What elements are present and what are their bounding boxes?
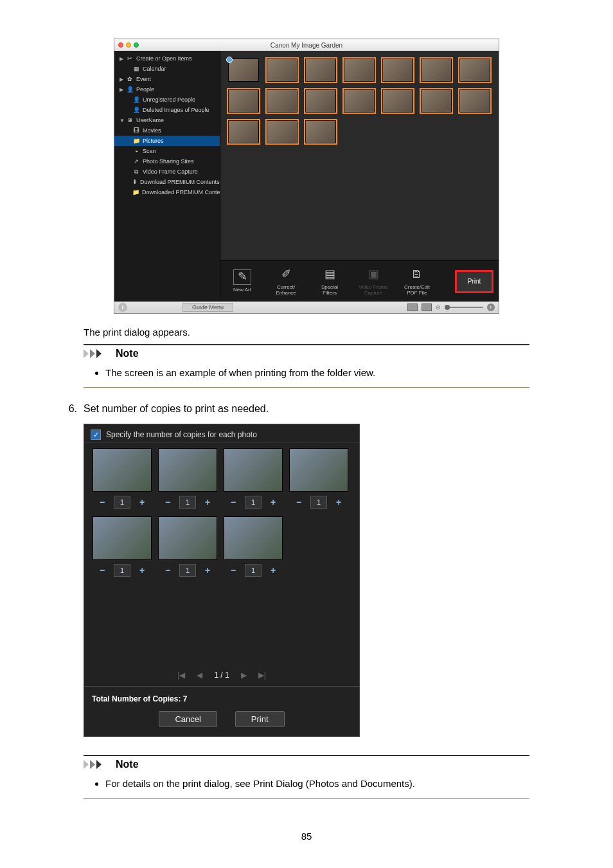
sidebar-item[interactable]: 👤Unregistered People [114, 95, 220, 105]
thumbnail[interactable] [382, 59, 413, 82]
thumbnail[interactable] [459, 89, 490, 113]
page-number: 85 [64, 831, 549, 842]
minus-icon[interactable]: − [97, 565, 107, 575]
copies-grid: −1+−1+−1+−1+−1+−1+−1+ [84, 443, 359, 590]
photo-thumbnail[interactable] [224, 448, 283, 492]
photo-thumbnail[interactable] [289, 448, 348, 492]
sidebar-icon: ▦ [132, 65, 140, 73]
cancel-button[interactable]: Cancel [159, 711, 217, 727]
plus-icon[interactable]: + [202, 497, 213, 507]
video-label: Video Frame Capture [359, 285, 388, 296]
pager-first-icon[interactable]: |◀ [177, 671, 185, 680]
copies-count[interactable]: 1 [114, 564, 130, 577]
correct-enhance-button[interactable]: ✐ Correct/ Enhance [269, 267, 303, 296]
guide-menu-button[interactable]: Guide Menu [182, 303, 233, 312]
thumbnail[interactable] [344, 59, 375, 82]
print-dialog-button[interactable]: Print [235, 711, 285, 727]
plus-icon[interactable]: + [333, 497, 344, 507]
svg-marker-5 [96, 760, 102, 769]
photo-thumbnail[interactable] [93, 516, 152, 560]
sidebar-item[interactable]: ▦Calendar [114, 64, 220, 74]
minus-icon[interactable]: − [294, 497, 304, 507]
paragraph: The print dialog appears. [84, 327, 549, 338]
minus-icon[interactable]: − [163, 497, 173, 507]
zoom-out-icon[interactable]: ⊖ [436, 304, 441, 311]
note-box: Note The screen is an example of when pr… [84, 344, 529, 388]
sidebar-item[interactable]: ▶✂Create or Open Items [114, 53, 220, 64]
zoom-in-icon[interactable]: + [487, 303, 495, 311]
thumbnail[interactable] [459, 59, 490, 82]
doc-badge-icon [226, 57, 233, 63]
thumbnail[interactable] [305, 59, 336, 82]
plus-icon[interactable]: + [137, 565, 147, 575]
zoom-slider[interactable] [445, 307, 483, 308]
thumbnail[interactable] [228, 59, 259, 82]
copies-count[interactable]: 1 [114, 496, 130, 509]
photo-thumbnail[interactable] [224, 516, 283, 560]
view-mode-icon[interactable] [407, 303, 418, 311]
copies-count[interactable]: 1 [245, 564, 262, 577]
sidebar-item[interactable]: ↗Photo Sharing Sites [114, 156, 220, 167]
sidebar-item[interactable]: ▶✿Event [114, 74, 220, 84]
specify-copies-checkbox[interactable]: ✓ [91, 429, 101, 440]
pager-next-icon[interactable]: ▶ [241, 671, 247, 680]
specify-copies-label: Specify the number of copies for each ph… [106, 430, 257, 439]
minus-icon[interactable]: − [228, 565, 238, 575]
photo-thumbnail[interactable] [158, 516, 217, 560]
sidebar-item[interactable]: 📁Downloaded PREMIUM Contents [114, 187, 220, 197]
thumbnail[interactable] [267, 89, 298, 113]
pager-last-icon[interactable]: ▶| [258, 671, 266, 680]
thumbnail[interactable] [267, 120, 298, 143]
new-art-label: New Art [233, 287, 251, 293]
thumbnail[interactable] [421, 89, 452, 113]
thumbnail[interactable] [228, 120, 259, 143]
quantity-stepper: −1+ [97, 564, 147, 577]
bottom-toolbar: ✎ New Art ✐ Correct/ Enhance ▤ Special F… [220, 260, 499, 302]
new-art-button[interactable]: ✎ New Art [226, 269, 259, 293]
thumbnail[interactable] [382, 89, 413, 113]
copies-count[interactable]: 1 [310, 496, 327, 509]
photo-thumbnail[interactable] [93, 448, 152, 492]
view-mode-icon-2[interactable] [422, 303, 432, 311]
new-art-icon: ✎ [233, 269, 251, 285]
minus-icon[interactable]: − [163, 565, 173, 575]
plus-icon[interactable]: + [268, 497, 278, 507]
thumbnail[interactable] [267, 59, 298, 82]
info-icon[interactable]: i [118, 303, 127, 312]
sidebar-item[interactable]: ▼🖥UserName [114, 115, 220, 125]
plus-icon[interactable]: + [137, 497, 147, 507]
sidebar-item[interactable]: 👤Deleted Images of People [114, 105, 220, 115]
thumbnail[interactable] [344, 89, 375, 113]
thumbnail[interactable] [421, 59, 452, 82]
thumbnail[interactable] [305, 89, 336, 113]
sidebar-item[interactable]: ⬇Download PREMIUM Contents [114, 177, 220, 187]
image-garden-window: Canon My Image Garden ▶✂Create or Open I… [114, 39, 499, 314]
caret-icon: ▼ [120, 118, 123, 123]
sidebar-icon: 👤 [126, 86, 134, 93]
create-pdf-button[interactable]: 🗎 Create/Edit PDF File [400, 267, 434, 296]
sidebar-item[interactable]: ⧉Video Frame Capture [114, 167, 220, 177]
print-button[interactable]: Print [455, 270, 493, 293]
plus-icon[interactable]: + [268, 565, 278, 575]
special-filters-button[interactable]: ▤ Special Filters [313, 267, 346, 296]
photo-thumbnail[interactable] [158, 448, 217, 492]
copies-cell: −1+ [155, 516, 220, 584]
minus-icon[interactable]: − [228, 497, 238, 507]
sidebar-item[interactable]: ⌁Scan [114, 146, 220, 156]
step-text: Set number of copies to print as needed. [84, 403, 269, 415]
copies-count[interactable]: 1 [245, 496, 262, 509]
sidebar-item[interactable]: ▶👤People [114, 84, 220, 95]
caret-icon: ▶ [120, 56, 123, 62]
copies-count[interactable]: 1 [179, 564, 196, 577]
sidebar-icon: 📁 [132, 137, 140, 145]
pager-prev-icon[interactable]: ◀ [197, 671, 202, 680]
caret-icon: ▶ [120, 87, 123, 93]
sidebar-item[interactable]: 🎞Movies [114, 125, 220, 136]
plus-icon[interactable]: + [202, 565, 213, 575]
copies-count[interactable]: 1 [179, 496, 196, 509]
thumbnail[interactable] [305, 120, 336, 143]
sidebar-item[interactable]: 📁Pictures [114, 136, 220, 146]
minus-icon[interactable]: − [97, 497, 107, 507]
thumbnail-grid [220, 51, 499, 260]
thumbnail[interactable] [228, 89, 259, 113]
